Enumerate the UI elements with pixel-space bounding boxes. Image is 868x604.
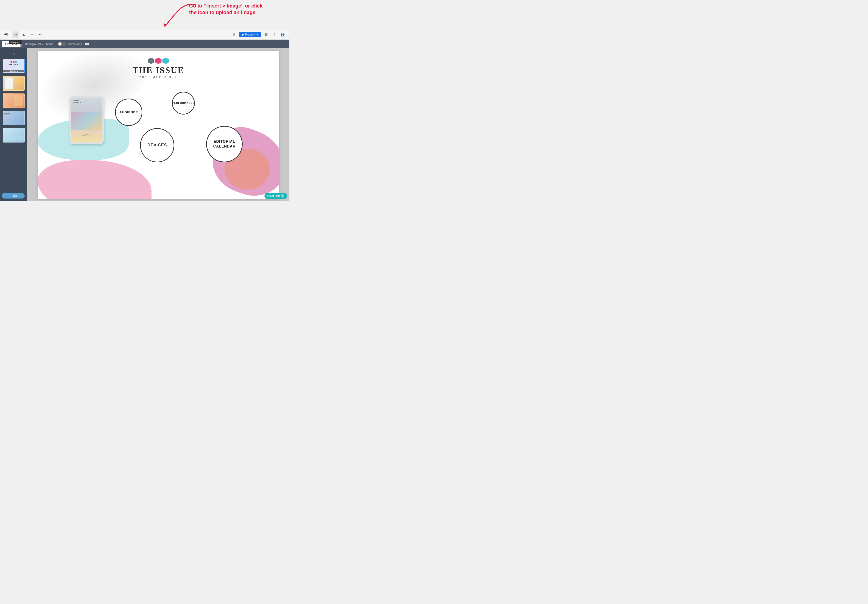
add-topic-button[interactable]: + Topic	[2, 193, 25, 199]
tab-bar: Overview Background & Theme Animations 📖	[0, 40, 289, 48]
toggle-knob	[58, 42, 62, 46]
hex-pink	[155, 57, 161, 64]
slide-thumb-overview[interactable]: THE ISSUE Overview	[3, 59, 25, 73]
main-content: THE ISSUE 2016 MEDIA KIT ATLAS OFINNOVAT…	[27, 48, 289, 201]
slide-wrapper-overview: THE ISSUE Overview	[3, 59, 25, 75]
toolbar: T ⬜ Aa Image... ▲ ✏ ✒ ⊟ ▶ Present ▼ 🖥 ⟨ …	[0, 29, 289, 40]
audience-label: AUDIENCE	[119, 110, 138, 114]
slide-thumb-2[interactable]	[3, 93, 25, 108]
screen-icon[interactable]: 🖥	[263, 31, 269, 38]
toolbar-left: T ⬜ Aa Image... ▲ ✏ ✒	[4, 31, 44, 38]
add-topic-label: + Topic	[9, 195, 17, 197]
animations-toggle[interactable]: Animations	[58, 42, 82, 46]
hex-gray	[148, 57, 154, 64]
eraser-tool-icon[interactable]: ✒	[36, 31, 44, 38]
slide-wrapper-3: 3 EDITORIAL CALENDAR	[3, 111, 25, 127]
circle-audience: AUDIENCE	[115, 99, 143, 126]
hexagons	[133, 57, 184, 64]
image-tooltip: Image...	[9, 40, 22, 45]
users-icon[interactable]: 👥	[279, 31, 286, 38]
slide-logo: THE ISSUE 2016 MEDIA KIT	[133, 57, 184, 79]
tablet-home-btn	[85, 141, 88, 144]
tablet-frame: ATLAS OFINNOVATION THE ISSUE	[70, 96, 104, 144]
slide-number-4: 4	[0, 135, 1, 137]
animations-switch[interactable]	[58, 42, 66, 46]
slide-canvas[interactable]: THE ISSUE 2016 MEDIA KIT ATLAS OFINNOVAT…	[37, 51, 279, 199]
sidebar-home-icon[interactable]: ⌂	[0, 50, 27, 58]
slide-wrapper-1: 1	[3, 76, 25, 92]
circle-performance: PERFORMANCE	[172, 92, 195, 114]
cloud-save-icon[interactable]: ☁	[4, 31, 8, 36]
need-help-button[interactable]: Need help ?	[265, 193, 287, 199]
slide-subtitle: 2016 MEDIA KIT	[133, 75, 184, 79]
pen-tool-icon[interactable]: ✏	[28, 31, 36, 38]
share-icon[interactable]: ⟨	[271, 31, 277, 38]
book-icon[interactable]: 📖	[85, 42, 89, 46]
slide-number-1: 1	[0, 83, 1, 85]
slide-number-3: 3	[0, 117, 1, 120]
slide-thumb-3[interactable]: EDITORIAL CALENDAR	[3, 111, 25, 125]
slide-thumb-1[interactable]	[3, 76, 25, 91]
blob-pink	[37, 160, 152, 199]
monitor-icon[interactable]: ⊟	[231, 31, 237, 38]
shape-tool-icon[interactable]: ▲	[20, 31, 27, 38]
editorial-label: EDITORIALCALENDAR	[213, 139, 236, 149]
tablet-mockup: ATLAS OFINNOVATION THE ISSUE	[70, 96, 108, 149]
need-help-question-icon: ?	[281, 194, 284, 198]
present-dropdown-arrow: ▼	[256, 33, 258, 36]
devices-label: DEVICES	[147, 143, 167, 148]
slide-thumb-4[interactable]	[3, 128, 25, 142]
image-tool-icon[interactable]: ⬜ Aa Image...	[12, 31, 19, 38]
circle-devices: DEVICES	[140, 128, 174, 162]
sidebar: ⌂ THE ISSUE Overview 1 2	[0, 48, 27, 201]
tablet-screen: ATLAS OFINNOVATION THE ISSUE	[71, 98, 102, 142]
hex-teal	[163, 57, 169, 64]
tab-background-theme[interactable]: Background & Theme	[22, 41, 57, 47]
slide-wrapper-4: 4	[3, 128, 25, 144]
animations-label: Animations	[67, 42, 82, 46]
overview-thumb-label: Overview	[3, 70, 24, 73]
toolbar-right: ⊟ ▶ Present ▼ 🖥 ⟨ 👥	[231, 31, 286, 38]
slide-wrapper-2: 2	[3, 93, 25, 109]
performance-label: PERFORMANCE	[172, 102, 194, 105]
slide-title: THE ISSUE	[133, 66, 184, 74]
need-help-label: Need help	[267, 194, 280, 198]
present-button[interactable]: ▶ Present ▼	[239, 32, 261, 37]
annotation-area: Go to " Insert > Image" or click the ico…	[0, 0, 289, 29]
circle-editorial: EDITORIALCALENDAR	[206, 126, 243, 162]
annotation-arrow	[153, 0, 203, 29]
slide-number-2: 2	[0, 100, 1, 102]
